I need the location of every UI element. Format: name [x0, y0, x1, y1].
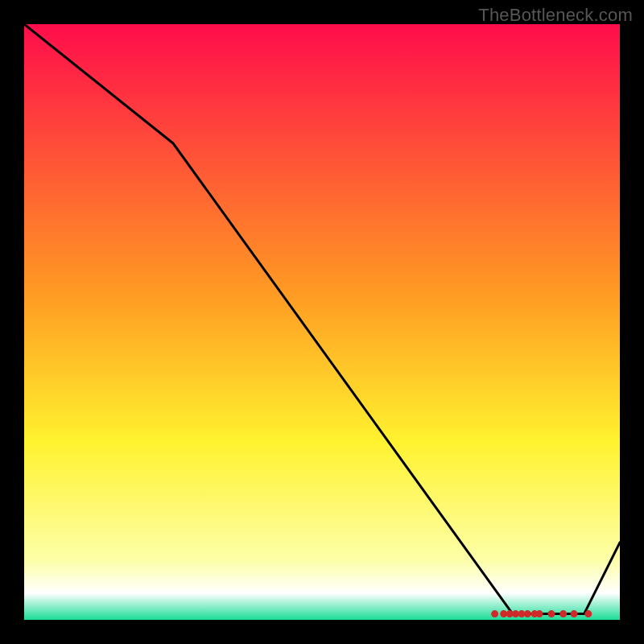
sweet-spot-marker: [559, 610, 567, 617]
sweet-spot-marker: [491, 610, 498, 617]
watermark-text: TheBottleneck.com: [478, 5, 633, 26]
chart-background: [24, 24, 620, 620]
sweet-spot-marker: [536, 610, 543, 617]
sweet-spot-marker: [571, 610, 578, 617]
sweet-spot-marker: [584, 610, 592, 617]
bottleneck-chart: [24, 24, 620, 620]
sweet-spot-marker: [547, 610, 555, 617]
sweet-spot-marker: [524, 610, 531, 617]
chart-frame: TheBottleneck.com: [0, 0, 644, 644]
